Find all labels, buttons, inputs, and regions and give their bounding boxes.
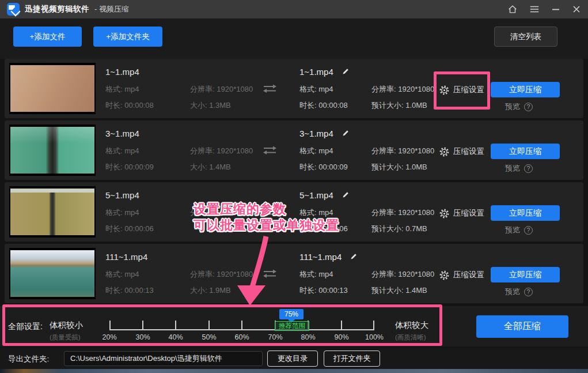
output-size: 预计大小: 1.4MB xyxy=(371,285,434,296)
compress-now-button[interactable]: 立即压缩 xyxy=(491,82,560,97)
desktop-background-strip xyxy=(0,369,588,373)
add-file-button[interactable]: +添加文件 xyxy=(13,27,82,47)
source-size: 大小: 1.3MB xyxy=(190,100,253,111)
help-icon[interactable]: ? xyxy=(524,226,533,235)
output-resolution: 分辨率: 1920*1080 xyxy=(371,269,434,280)
output-filename: 111~1.mp4 xyxy=(299,252,342,262)
tick-label: 20% xyxy=(95,333,124,341)
output-duration: 时长: 00:00:06 xyxy=(299,224,371,234)
compress-settings-button[interactable]: 压缩设置 xyxy=(439,146,484,157)
output-filename: 1~1.mp4 xyxy=(299,67,333,77)
edit-icon[interactable] xyxy=(342,191,350,199)
preview-link[interactable]: 预览 ? xyxy=(505,287,533,297)
tick-label: 70% xyxy=(261,333,290,341)
slider-value-badge: 75% xyxy=(279,309,304,319)
source-filename: 3~1.mp4 xyxy=(105,129,139,138)
compress-settings-label: 压缩设置 xyxy=(453,85,484,95)
clear-list-button[interactable]: 清空列表 xyxy=(494,27,557,47)
minimize-icon[interactable] xyxy=(551,5,560,14)
video-thumbnail xyxy=(9,248,96,299)
help-icon[interactable]: ? xyxy=(524,164,533,173)
home-icon[interactable] xyxy=(507,4,518,14)
preview-link[interactable]: 预览 ? xyxy=(505,225,533,235)
video-thumbnail xyxy=(9,125,96,176)
output-format: 格式: mp4 xyxy=(299,208,371,218)
preview-label: 预览 xyxy=(505,163,520,174)
output-info: 5~1.mp4 格式: mp4 分辨率: 1920*1080 时长: 00:00… xyxy=(299,190,434,234)
transfer-arrows-icon xyxy=(262,268,278,282)
menu-icon[interactable] xyxy=(529,5,540,14)
gear-icon xyxy=(439,85,449,95)
source-resolution: 分辨率: 1920*1080 xyxy=(190,208,253,218)
output-format: 格式: mp4 xyxy=(299,269,371,280)
compress-now-button[interactable]: 立即压缩 xyxy=(491,267,560,282)
slider-tick xyxy=(373,321,374,330)
slider-tick xyxy=(241,321,242,330)
slider-tick xyxy=(341,321,342,330)
compress-now-button[interactable]: 立即压缩 xyxy=(491,144,560,159)
slider-tick xyxy=(175,321,176,330)
transfer-arrows-icon xyxy=(262,145,278,159)
output-duration: 时长: 00:00:09 xyxy=(299,162,371,172)
output-filename: 3~1.mp4 xyxy=(299,129,333,138)
preview-label: 预览 xyxy=(505,287,520,297)
source-resolution: 分辨率: 1920*1080 xyxy=(190,269,253,280)
source-resolution: 分辨率: 1920*1080 xyxy=(190,84,253,95)
source-format: 格式: mp4 xyxy=(105,146,190,156)
compress-now-button[interactable]: 立即压缩 xyxy=(491,205,560,221)
tick-label: 80% xyxy=(294,333,323,341)
source-info: 5~1.mp4 格式: mp4 分辨率: 1920*1080 时长: 00:00… xyxy=(105,190,253,234)
source-filename: 1~1.mp4 xyxy=(105,67,139,77)
slider-tick xyxy=(142,321,143,330)
source-size: 大小: 1.4MB xyxy=(190,162,253,172)
video-row: 1~1.mp4 格式: mp4 分辨率: 1920*1080 时长: 00:00… xyxy=(5,59,583,118)
all-settings-label: 全部设置: xyxy=(8,322,43,332)
recommended-range-badge: 推荐范围 xyxy=(275,321,309,331)
help-icon[interactable]: ? xyxy=(524,103,533,111)
preview-link[interactable]: 预览 ? xyxy=(505,101,533,112)
source-info: 111~1.mp4 格式: mp4 分辨率: 1920*1080 时长: 00:… xyxy=(105,251,253,296)
compress-settings-button[interactable]: 压缩设置 xyxy=(439,208,484,218)
app-logo-icon xyxy=(7,3,20,16)
source-format: 格式: mp4 xyxy=(105,208,190,218)
output-format: 格式: mp4 xyxy=(299,84,371,95)
close-icon[interactable] xyxy=(572,5,581,14)
compress-all-button[interactable]: 全部压缩 xyxy=(476,315,568,338)
tick-label: 50% xyxy=(195,333,223,341)
gear-icon xyxy=(439,209,449,218)
source-size: 大小: 1.9MB xyxy=(190,285,253,296)
larger-size-label: 体积较大 (画质清晰) xyxy=(395,320,441,342)
open-folder-button[interactable]: 打开文件夹 xyxy=(324,351,380,367)
edit-icon[interactable] xyxy=(350,253,358,261)
add-folder-button[interactable]: +添加文件夹 xyxy=(93,27,162,47)
help-icon[interactable]: ? xyxy=(524,288,533,296)
app-title: 迅捷视频剪辑软件 xyxy=(25,4,89,14)
source-duration: 时长: 00:00:09 xyxy=(105,162,190,172)
global-settings-bar: 全部设置: 体积较小 (质量受损) 20% 30% 40% 50% 60% 70… xyxy=(0,306,588,346)
edit-icon[interactable] xyxy=(342,129,350,137)
compress-settings-label: 压缩设置 xyxy=(453,270,484,280)
video-thumbnail xyxy=(9,186,96,238)
source-resolution: 分辨率: 1920*1080 xyxy=(190,146,253,156)
output-info: 3~1.mp4 格式: mp4 分辨率: 1920*1080 时长: 00:00… xyxy=(299,128,434,172)
source-info: 1~1.mp4 格式: mp4 分辨率: 1920*1080 时长: 00:00… xyxy=(105,66,253,111)
tick-label: 100% xyxy=(360,333,389,341)
source-info: 3~1.mp4 格式: mp4 分辨率: 1920*1080 时长: 00:00… xyxy=(105,128,253,172)
toolbar: +添加文件 +添加文件夹 清空列表 xyxy=(0,18,588,59)
output-info: 1~1.mp4 格式: mp4 分辨率: 1920*1080 时长: 00:00… xyxy=(299,66,434,111)
export-path-input[interactable] xyxy=(64,351,263,366)
slider-tick xyxy=(109,321,111,330)
smaller-size-label: 体积较小 (质量受损) xyxy=(50,320,96,342)
change-directory-button[interactable]: 更改目录 xyxy=(267,351,318,367)
edit-icon[interactable] xyxy=(342,67,350,76)
compress-settings-button[interactable]: 压缩设置 xyxy=(439,85,484,95)
video-row: 5~1.mp4 格式: mp4 分辨率: 1920*1080 时长: 00:00… xyxy=(5,182,583,242)
source-duration: 时长: 00:00:08 xyxy=(105,100,190,111)
title-bar: 迅捷视频剪辑软件 - 视频压缩 xyxy=(0,0,588,18)
export-folder-label: 导出文件夹: xyxy=(8,354,49,364)
source-duration: 时长: 00:00:06 xyxy=(105,224,190,234)
tick-label: 90% xyxy=(327,333,356,341)
quality-slider[interactable] xyxy=(109,321,374,330)
preview-link[interactable]: 预览 ? xyxy=(505,163,533,174)
compress-settings-button[interactable]: 压缩设置 xyxy=(439,270,484,280)
